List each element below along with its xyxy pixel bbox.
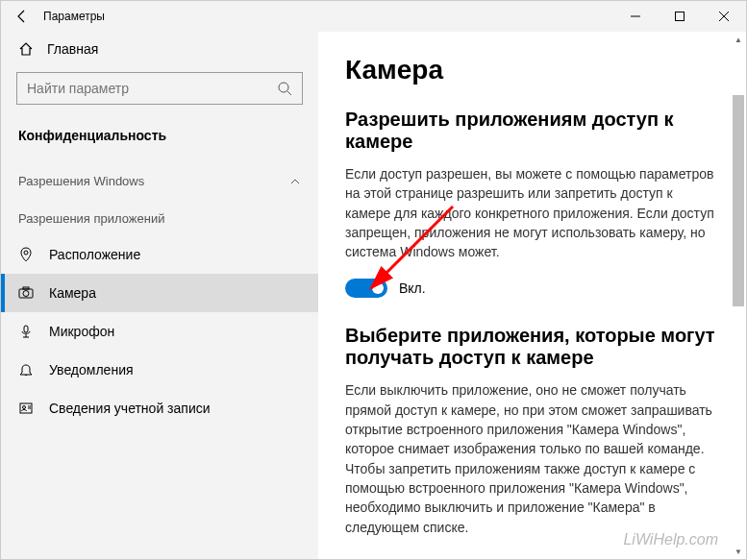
home-label: Главная — [47, 41, 98, 57]
sidebar-item-camera[interactable]: Камера — [1, 274, 318, 312]
maximize-button[interactable] — [658, 1, 702, 32]
microphone-icon — [18, 324, 34, 339]
watermark: LiWiHelp.com — [623, 531, 718, 548]
location-icon — [18, 247, 34, 262]
window-title: Параметры — [43, 10, 105, 23]
scroll-up-icon[interactable]: ▲ — [731, 32, 746, 47]
sidebar-item-account-info[interactable]: Сведения учетной записи — [1, 389, 318, 427]
account-icon — [18, 401, 34, 416]
section-heading-choose-apps: Выберите приложения, которые могут получ… — [345, 325, 719, 369]
svg-rect-10 — [24, 326, 28, 332]
section-desc-choose-apps: Если выключить приложение, оно не сможет… — [345, 380, 719, 536]
search-input[interactable] — [27, 81, 277, 96]
toggle-knob — [372, 282, 384, 294]
sidebar: Главная Конфиденциальность Разрешения Wi… — [1, 32, 318, 559]
sidebar-item-label: Расположение — [49, 247, 140, 262]
sidebar-item-label: Камера — [49, 285, 96, 301]
svg-rect-1 — [676, 12, 685, 21]
section-heading-allow: Разрешить приложениям доступ к камере — [345, 109, 719, 153]
sidebar-item-notifications[interactable]: Уведомления — [1, 351, 318, 389]
svg-point-12 — [23, 406, 26, 409]
svg-point-4 — [279, 83, 288, 92]
bell-icon — [18, 362, 34, 377]
minimize-button[interactable] — [613, 1, 658, 32]
chevron-up-icon — [289, 176, 301, 187]
content-scrollbar[interactable]: ▲ ▼ — [731, 32, 746, 559]
svg-rect-9 — [23, 287, 29, 289]
scrollbar-track[interactable] — [731, 47, 746, 544]
close-button[interactable] — [702, 1, 746, 32]
svg-point-6 — [24, 251, 28, 255]
camera-access-toggle[interactable] — [345, 279, 387, 298]
titlebar: Параметры — [1, 1, 746, 32]
content-pane: Камера Разрешить приложениям доступ к ка… — [318, 32, 746, 559]
group-label: Разрешения Windows — [18, 174, 144, 188]
section-desc-allow: Если доступ разрешен, вы можете с помощь… — [345, 164, 719, 261]
settings-window: Параметры Главная Конфиденциальность Раз… — [0, 0, 747, 560]
search-box[interactable] — [16, 72, 303, 105]
sidebar-item-label: Уведомления — [49, 362, 134, 377]
body: Главная Конфиденциальность Разрешения Wi… — [1, 32, 746, 559]
back-button[interactable] — [1, 1, 43, 32]
camera-icon — [18, 285, 34, 301]
group-windows-permissions[interactable]: Разрешения Windows — [1, 160, 318, 198]
home-icon — [18, 41, 34, 57]
sidebar-item-label: Сведения учетной записи — [49, 401, 211, 416]
search-icon — [277, 81, 292, 96]
group-app-permissions[interactable]: Разрешения приложений — [1, 198, 318, 235]
svg-point-8 — [23, 291, 29, 297]
scroll-down-icon[interactable]: ▼ — [731, 544, 746, 559]
sidebar-item-microphone[interactable]: Микрофон — [1, 312, 318, 351]
arrow-left-icon — [14, 9, 30, 24]
section-title: Конфиденциальность — [1, 118, 318, 160]
sidebar-item-location[interactable]: Расположение — [1, 235, 318, 274]
svg-line-5 — [287, 91, 291, 95]
close-icon — [719, 12, 729, 21]
minimize-icon — [631, 12, 640, 21]
group-label: Разрешения приложений — [18, 211, 164, 226]
home-link[interactable]: Главная — [1, 32, 318, 66]
toggle-state-label: Вкл. — [399, 280, 426, 296]
maximize-icon — [675, 12, 685, 21]
scrollbar-thumb[interactable] — [733, 95, 744, 306]
page-title: Камера — [345, 55, 719, 85]
toggle-row-camera-access: Вкл. — [345, 279, 719, 298]
sidebar-item-label: Микрофон — [49, 324, 114, 339]
